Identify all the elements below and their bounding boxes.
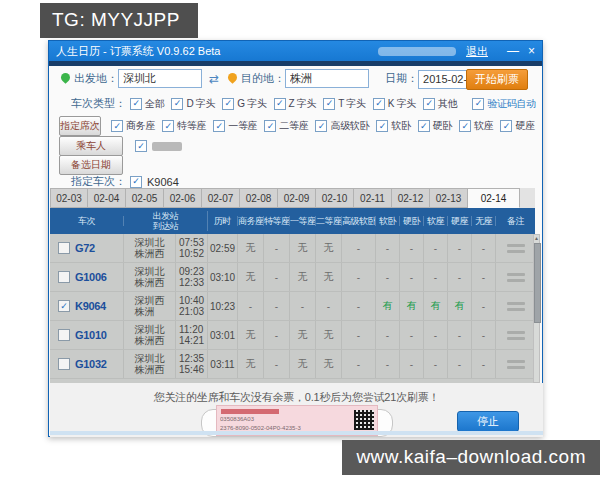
option-Z 字头[interactable]: ✓Z 字头: [274, 97, 317, 111]
seat-availability-cell: 有: [400, 292, 424, 320]
option-checkbox[interactable]: ✓: [162, 120, 174, 132]
captcha-text-block: 0350836A03 2376-8090-0502-04P0-4235-3: [220, 408, 354, 433]
title-bar[interactable]: 人生日历 - 订票系统 V0.9.62 Beta 退出 — ×: [49, 41, 542, 61]
scroll-up-icon[interactable]: ▲: [534, 235, 539, 242]
date-tab-02-04[interactable]: 02-04: [88, 188, 126, 208]
option-其他[interactable]: ✓其他: [423, 97, 457, 111]
option-checkbox[interactable]: ✓: [111, 120, 123, 132]
train-number: G1010: [75, 329, 107, 341]
alternate-date-button[interactable]: 备选日期: [59, 155, 123, 175]
stop-button[interactable]: 停止: [457, 411, 519, 432]
arrive: 14:21: [179, 335, 204, 347]
train-row-checkbox[interactable]: [58, 271, 70, 283]
option-特等座[interactable]: ✓特等座: [162, 119, 206, 133]
specify-seat-button[interactable]: 指定席次: [59, 116, 101, 136]
option-全部[interactable]: ✓全部: [130, 97, 164, 111]
seat-availability-cell: -: [342, 350, 376, 378]
date-tab-02-05[interactable]: 02-05: [126, 188, 164, 208]
train-row-checkbox[interactable]: ✓: [58, 300, 70, 312]
train-row-checkbox[interactable]: [58, 329, 70, 341]
option-checkbox[interactable]: ✓: [222, 98, 234, 110]
option-硬座[interactable]: ✓硬座: [500, 119, 534, 133]
check-mark: ✓: [164, 122, 171, 131]
option-checkbox[interactable]: ✓: [472, 98, 484, 110]
date-tab-02-03[interactable]: 02-03: [50, 188, 88, 208]
seat-availability-cell: 无: [316, 234, 342, 262]
train-row-K9064[interactable]: ✓K9064深圳西株洲10:4021:0310:23-----有有有有-: [50, 292, 535, 321]
option-T 字头[interactable]: ✓T 字头: [323, 97, 366, 111]
option-checkbox[interactable]: ✓: [500, 120, 512, 132]
option-验证码自动识别[interactable]: ✓验证码自动识别: [472, 97, 536, 111]
date-tab-02-11[interactable]: 02-11: [354, 188, 392, 208]
train-row-checkbox[interactable]: [58, 242, 70, 254]
seat-availability-cell: -: [290, 292, 316, 320]
date-tab-02-06[interactable]: 02-06: [164, 188, 202, 208]
vertical-scrollbar[interactable]: ▲: [533, 234, 540, 383]
option-G 字头[interactable]: ✓G 字头: [222, 97, 266, 111]
minimize-button[interactable]: —: [507, 45, 519, 57]
redacted-remark-line: [507, 366, 525, 369]
seat-availability-cell: -: [400, 350, 424, 378]
remark-cell-blurred: [496, 292, 535, 320]
seat-availability-cell: -: [472, 263, 496, 291]
date-tab-02-13[interactable]: 02-13: [430, 188, 468, 208]
seat-availability-cell: 无: [238, 263, 264, 291]
seat-availability-cell: 有: [376, 292, 400, 320]
start-refresh-button[interactable]: 开始刷票: [466, 69, 528, 90]
option-checkbox[interactable]: ✓: [264, 120, 276, 132]
train-row-G1010[interactable]: G1010深圳北株洲西11:2014:2103:01无-无无------: [50, 321, 535, 350]
option-高级软卧[interactable]: ✓高级软卧: [315, 119, 369, 133]
option-label: 二等座: [279, 119, 308, 133]
option-checkbox[interactable]: ✓: [171, 98, 183, 110]
option-checkbox[interactable]: ✓: [323, 98, 335, 110]
option-checkbox[interactable]: ✓: [423, 98, 435, 110]
check-mark: ✓: [503, 122, 510, 131]
swap-stations-icon[interactable]: ⇄: [209, 72, 219, 86]
train-cell: G1032: [50, 350, 124, 378]
option-K 字头[interactable]: ✓K 字头: [373, 97, 416, 111]
destination-input[interactable]: [285, 69, 369, 88]
train-row-G1032[interactable]: G1032深圳北株洲西12:3515:4603:11无-无无------: [50, 350, 535, 379]
option-checkbox[interactable]: ✓: [130, 98, 142, 110]
seat-availability-cell: -: [376, 234, 400, 262]
close-button[interactable]: ×: [528, 45, 535, 57]
date-tab-02-07[interactable]: 02-07: [202, 188, 240, 208]
option-软座[interactable]: ✓软座: [459, 119, 493, 133]
option-checkbox[interactable]: ✓: [274, 98, 286, 110]
option-checkbox[interactable]: ✓: [213, 120, 225, 132]
option-硬卧[interactable]: ✓硬卧: [418, 119, 452, 133]
scrollbar-thumb[interactable]: [534, 243, 541, 323]
passenger-checkbox[interactable]: ✓: [135, 140, 147, 152]
option-商务座[interactable]: ✓商务座: [111, 119, 155, 133]
option-二等座[interactable]: ✓二等座: [264, 119, 308, 133]
date-tab-02-09[interactable]: 02-09: [278, 188, 316, 208]
option-checkbox[interactable]: ✓: [315, 120, 327, 132]
option-checkbox[interactable]: ✓: [459, 120, 471, 132]
redacted-passenger-name: [152, 142, 182, 151]
check-mark: ✓: [375, 99, 382, 108]
check-mark: ✓: [132, 99, 139, 108]
train-row-checkbox[interactable]: [58, 358, 70, 370]
option-checkbox[interactable]: ✓: [418, 120, 430, 132]
option-软卧[interactable]: ✓软卧: [376, 119, 410, 133]
option-checkbox[interactable]: ✓: [373, 98, 385, 110]
date-tab-02-12[interactable]: 02-12: [392, 188, 430, 208]
seat-availability-cell: -: [264, 292, 290, 320]
passenger-button[interactable]: 乘车人: [59, 136, 123, 156]
time-cell: 07:5310:52: [176, 234, 208, 262]
train-row-G1006[interactable]: G1006深圳北株洲西09:2312:3303:10无-无无------: [50, 263, 535, 292]
train-row-G72[interactable]: G72深圳北株洲西07:5310:5202:59无-无无------: [50, 234, 535, 263]
departure-input[interactable]: [118, 69, 202, 88]
logout-link[interactable]: 退出: [466, 44, 488, 59]
column-header: 备注: [496, 216, 535, 226]
option-D 字头[interactable]: ✓D 字头: [171, 97, 215, 111]
option-一等座[interactable]: ✓一等座: [213, 119, 257, 133]
option-checkbox[interactable]: ✓: [376, 120, 388, 132]
date-tab-02-08[interactable]: 02-08: [240, 188, 278, 208]
from: 深圳北: [135, 266, 165, 278]
date-tab-02-14[interactable]: 02-14: [468, 188, 520, 208]
date-tab-02-10[interactable]: 02-10: [316, 188, 354, 208]
specified-train-checkbox[interactable]: ✓: [130, 176, 142, 188]
option-label: G 字头: [237, 97, 266, 111]
check-mark: ✓: [475, 99, 482, 108]
